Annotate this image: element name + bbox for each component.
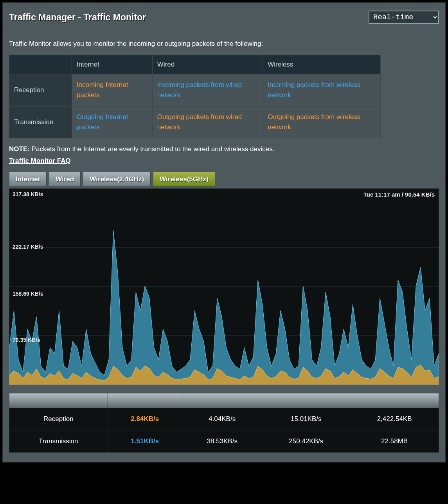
traffic-chart: Tue 11:17 am / 90.54 KB/s 317.38 KB/s 22… bbox=[9, 188, 439, 384]
ytick-label: 317.38 KB/s bbox=[13, 191, 43, 197]
stat-value: 4.04KB/s bbox=[182, 408, 262, 430]
ytick-label: 222.17 KB/s bbox=[13, 244, 43, 250]
cell-link[interactable]: Incoming packets from wireless network bbox=[268, 81, 360, 99]
stat-value: 2,422.54KB bbox=[350, 408, 439, 430]
stat-label: Transmission bbox=[9, 430, 108, 453]
ytick-label: 79.35 KB/s bbox=[13, 337, 40, 343]
page-title: Traffic Manager - Traffic Monitor bbox=[9, 12, 146, 23]
stat-value: 22.58MB bbox=[350, 430, 439, 453]
note-text: NOTE: Packets from the Internet are even… bbox=[9, 145, 439, 153]
desc-col-wired: Wired bbox=[152, 55, 263, 74]
tab-wired[interactable]: Wired bbox=[49, 172, 81, 187]
table-row: Reception 2.84KB/s 4.04KB/s 15.01KB/s 2,… bbox=[9, 408, 439, 430]
chart-svg bbox=[9, 189, 439, 385]
stats-header-row bbox=[9, 393, 439, 408]
mode-select[interactable]: Real-time bbox=[369, 11, 439, 24]
stat-label: Reception bbox=[9, 408, 108, 430]
tab-wireless-24[interactable]: Wireless(2.4GHz) bbox=[83, 172, 151, 187]
cell-link[interactable]: Outgoing Internet packets bbox=[77, 113, 128, 131]
tab-internet[interactable]: Internet bbox=[9, 172, 47, 187]
table-row: Transmission Outgoing Internet packets O… bbox=[9, 106, 381, 138]
desc-col-blank bbox=[9, 55, 72, 74]
stat-current: 1.51KB/s bbox=[131, 437, 159, 445]
tab-bar: Internet Wired Wireless(2.4GHz) Wireless… bbox=[9, 172, 439, 187]
row-label: Transmission bbox=[9, 106, 72, 138]
faq-link[interactable]: Traffic Monitor FAQ bbox=[9, 157, 71, 165]
cell-link[interactable]: Outgoing packets from wired network bbox=[157, 113, 242, 131]
cell-link[interactable]: Incoming Internet packets bbox=[77, 81, 128, 99]
ytick-label: 158.69 KB/s bbox=[13, 291, 43, 297]
desc-col-wireless: Wireless bbox=[263, 55, 381, 74]
row-label: Reception bbox=[9, 74, 72, 107]
header-row: Traffic Manager - Traffic Monitor Real-t… bbox=[9, 7, 439, 31]
description-table: Internet Wired Wireless Reception Incomi… bbox=[9, 55, 381, 138]
stat-value: 38.53KB/s bbox=[182, 430, 262, 453]
chart-status: Tue 11:17 am / 90.54 KB/s bbox=[363, 191, 435, 198]
table-row: Reception Incoming Internet packets Inco… bbox=[9, 74, 381, 107]
table-row: Transmission 1.51KB/s 38.53KB/s 250.42KB… bbox=[9, 430, 439, 453]
stat-current: 2.84KB/s bbox=[131, 415, 159, 423]
intro-text: Traffic Monitor allows you to monitor th… bbox=[9, 40, 439, 48]
traffic-monitor-panel: Traffic Manager - Traffic Monitor Real-t… bbox=[2, 2, 446, 462]
cell-link[interactable]: Outgoing packets from wireless network bbox=[268, 113, 360, 131]
stat-value: 250.42KB/s bbox=[262, 430, 350, 453]
desc-col-internet: Internet bbox=[72, 55, 153, 74]
cell-link[interactable]: Incoming packets from wired network bbox=[157, 81, 242, 99]
stats-table: Reception 2.84KB/s 4.04KB/s 15.01KB/s 2,… bbox=[9, 393, 439, 453]
tab-wireless-5[interactable]: Wireless(5GHz) bbox=[153, 172, 215, 187]
stat-value: 15.01KB/s bbox=[262, 408, 350, 430]
